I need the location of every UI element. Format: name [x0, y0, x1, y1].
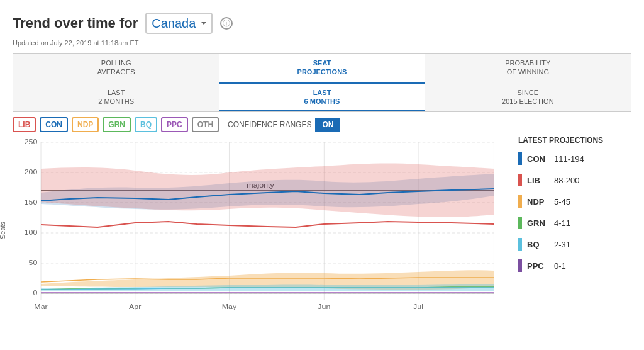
- ndp-color-bar: [518, 195, 522, 208]
- tab-polling-averages[interactable]: POLLINGAVERAGES: [13, 54, 219, 84]
- grn-color-bar: [518, 217, 522, 229]
- region-dropdown[interactable]: Canada: [145, 13, 213, 34]
- tab-probability-winning[interactable]: PROBABILITYOF WINNING: [425, 54, 631, 84]
- projection-item-ndp: NDP 5-45: [518, 195, 631, 208]
- svg-text:50: 50: [29, 259, 38, 266]
- page-title: Trend over time for: [13, 15, 138, 31]
- tab-since-2015[interactable]: SINCE2015 ELECTION: [425, 84, 631, 112]
- sidebar: LATEST PROJECTIONS CON 111-194 LIB 88-20…: [518, 136, 631, 325]
- svg-text:100: 100: [25, 229, 38, 236]
- bq-color-bar: [518, 238, 522, 251]
- proj-party-con: CON: [527, 154, 549, 164]
- projection-item-bq: BQ 2-31: [518, 238, 631, 251]
- con-color-bar: [518, 152, 522, 165]
- party-button-lib[interactable]: LIB: [13, 117, 36, 132]
- party-button-oth[interactable]: OTH: [192, 117, 219, 132]
- svg-text:Apr: Apr: [129, 303, 141, 310]
- proj-party-ppc: PPC: [527, 261, 549, 271]
- y-axis-label: Seats: [0, 222, 6, 239]
- tabs-container: POLLINGAVERAGES SEATPROJECTIONS PROBABIL…: [13, 53, 631, 112]
- svg-text:0: 0: [33, 289, 38, 296]
- projection-item-lib: LIB 88-200: [518, 174, 631, 186]
- ppc-color-bar: [518, 259, 522, 272]
- tab-seat-projections[interactable]: SEATPROJECTIONS: [219, 54, 425, 84]
- proj-range-ppc: 0-1: [554, 261, 566, 271]
- party-button-grn[interactable]: GRN: [103, 117, 131, 132]
- party-button-bq[interactable]: BQ: [135, 117, 157, 132]
- main-chart: 0 50 100 150 200 250 Mar Apr May Jun Jul: [13, 136, 508, 325]
- latest-projections-title: LATEST PROJECTIONS: [518, 136, 631, 145]
- svg-text:200: 200: [25, 168, 38, 176]
- party-button-ndp[interactable]: NDP: [72, 117, 99, 132]
- main-content: Seats 0 50 100 150 200 250: [13, 136, 631, 325]
- proj-range-con: 111-194: [554, 154, 584, 164]
- proj-range-bq: 2-31: [554, 240, 570, 249]
- confidence-ranges-label: CONFIDENCE RANGES: [228, 120, 311, 129]
- chart-area: Seats 0 50 100 150 200 250: [13, 136, 508, 325]
- projection-item-grn: GRN 4-11: [518, 217, 631, 229]
- filter-row: LIB CON NDP GRN BQ PPC OTH CONFIDENCE RA…: [13, 117, 631, 132]
- svg-text:250: 250: [25, 138, 38, 145]
- proj-range-grn: 4-11: [554, 218, 570, 228]
- proj-party-ndp: NDP: [527, 197, 549, 206]
- party-button-ppc[interactable]: PPC: [161, 117, 188, 132]
- lib-color-bar: [518, 174, 522, 186]
- proj-range-ndp: 5-45: [554, 197, 570, 206]
- confidence-ranges-toggle[interactable]: ON: [315, 118, 340, 132]
- tabs-row2: LAST2 MONTHS LAST6 MONTHS SINCE2015 ELEC…: [13, 84, 631, 112]
- proj-party-grn: GRN: [527, 218, 549, 228]
- projection-item-ppc: PPC 0-1: [518, 259, 631, 272]
- svg-text:May: May: [222, 303, 237, 310]
- svg-text:Jul: Jul: [413, 303, 423, 310]
- party-button-con[interactable]: CON: [40, 117, 68, 132]
- updated-timestamp: Updated on July 22, 2019 at 11:18am ET: [13, 39, 631, 47]
- tab-last-2-months[interactable]: LAST2 MONTHS: [13, 84, 219, 112]
- page-header: Trend over time for Canada ⓘ: [13, 13, 631, 34]
- proj-range-lib: 88-200: [554, 176, 579, 185]
- tabs-row1: POLLINGAVERAGES SEATPROJECTIONS PROBABIL…: [13, 54, 631, 84]
- region-selector[interactable]: Canada: [145, 13, 213, 34]
- tab-last-6-months[interactable]: LAST6 MONTHS: [219, 84, 425, 112]
- proj-party-lib: LIB: [527, 176, 549, 185]
- svg-text:Mar: Mar: [34, 303, 47, 310]
- svg-text:Jun: Jun: [318, 303, 330, 310]
- chart-wrapper: Seats 0 50 100 150 200 250: [13, 136, 508, 325]
- info-icon[interactable]: ⓘ: [220, 17, 233, 30]
- projection-item-con: CON 111-194: [518, 152, 631, 165]
- proj-party-bq: BQ: [527, 240, 549, 249]
- svg-text:150: 150: [25, 198, 38, 206]
